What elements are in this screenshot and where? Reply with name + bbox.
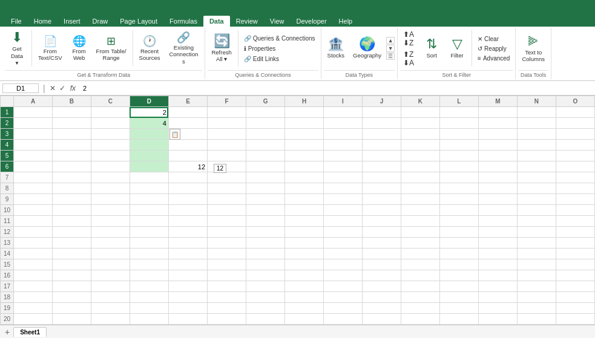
data-types-more[interactable]: ☰ (386, 53, 395, 60)
cell-c10[interactable] (91, 205, 130, 216)
cell-h4[interactable] (285, 140, 324, 151)
cell-a8[interactable] (14, 183, 53, 194)
cell-j9[interactable] (362, 194, 401, 205)
col-header-n[interactable]: N (517, 96, 556, 107)
row-header-9[interactable]: 9 (1, 194, 14, 205)
cell-e19[interactable] (168, 303, 207, 314)
row-header-5[interactable]: 5 (1, 151, 14, 161)
cell-h10[interactable] (285, 205, 324, 216)
cell-i19[interactable] (324, 303, 363, 314)
cell-o1[interactable] (556, 107, 594, 118)
cell-o2[interactable] (556, 118, 594, 129)
cell-d17[interactable] (130, 281, 168, 292)
row-header-14[interactable]: 14 (1, 249, 14, 259)
cell-a1[interactable] (14, 107, 53, 118)
cell-c17[interactable] (91, 281, 130, 292)
cell-f13[interactable] (208, 238, 246, 249)
cell-e17[interactable] (168, 281, 207, 292)
cell-n2[interactable] (517, 118, 556, 129)
cell-c14[interactable] (91, 249, 130, 259)
cell-o14[interactable] (556, 249, 594, 259)
cell-e14[interactable] (168, 249, 207, 259)
cell-b6[interactable] (52, 161, 91, 172)
stocks-button[interactable]: 🏦 Stocks (324, 35, 349, 61)
cell-d15[interactable] (130, 259, 168, 270)
row-header-16[interactable]: 16 (1, 270, 14, 281)
cell-m11[interactable] (478, 216, 517, 227)
cell-c18[interactable] (91, 292, 130, 303)
cell-j15[interactable] (362, 259, 401, 270)
cell-e7[interactable] (168, 172, 207, 183)
existing-connections-button[interactable]: 🔗 ExistingConnections (165, 30, 202, 67)
cell-h13[interactable] (285, 238, 324, 249)
sheet-tab-sheet1[interactable]: Sheet1 (13, 327, 47, 337)
cell-i8[interactable] (324, 183, 363, 194)
cell-k1[interactable] (401, 107, 439, 118)
cell-i1[interactable] (324, 107, 363, 118)
cell-o20[interactable] (556, 314, 594, 325)
cell-m17[interactable] (478, 281, 517, 292)
cell-g5[interactable] (246, 151, 285, 161)
cell-d12[interactable] (130, 227, 168, 238)
cell-o15[interactable] (556, 259, 594, 270)
col-header-l[interactable]: L (439, 96, 478, 107)
cell-c2[interactable] (91, 118, 130, 129)
cell-h9[interactable] (285, 194, 324, 205)
cell-f20[interactable] (208, 314, 246, 325)
cell-g19[interactable] (246, 303, 285, 314)
cell-k7[interactable] (401, 172, 439, 183)
cell-h18[interactable] (285, 292, 324, 303)
cell-l18[interactable] (439, 292, 478, 303)
row-header-20[interactable]: 20 (1, 314, 14, 325)
cell-c6[interactable] (91, 161, 130, 172)
cell-c1[interactable] (91, 107, 130, 118)
cell-b19[interactable] (52, 303, 91, 314)
cell-e13[interactable] (168, 238, 207, 249)
tab-home[interactable]: Home (28, 16, 58, 27)
cell-l11[interactable] (439, 216, 478, 227)
cell-i5[interactable] (324, 151, 363, 161)
cell-m14[interactable] (478, 249, 517, 259)
cell-a13[interactable] (14, 238, 53, 249)
cell-j12[interactable] (362, 227, 401, 238)
cell-f14[interactable] (208, 249, 246, 259)
cell-a20[interactable] (14, 314, 53, 325)
row-header-3[interactable]: 3 (1, 129, 14, 140)
cell-e16[interactable] (168, 270, 207, 281)
cell-o18[interactable] (556, 292, 594, 303)
cell-i7[interactable] (324, 172, 363, 183)
cell-f19[interactable] (208, 303, 246, 314)
cell-g16[interactable] (246, 270, 285, 281)
cell-n14[interactable] (517, 249, 556, 259)
cell-o7[interactable] (556, 172, 594, 183)
col-header-a[interactable]: A (14, 96, 53, 107)
cell-h8[interactable] (285, 183, 324, 194)
cell-h16[interactable] (285, 270, 324, 281)
cell-h20[interactable] (285, 314, 324, 325)
row-header-13[interactable]: 13 (1, 238, 14, 249)
cell-g9[interactable] (246, 194, 285, 205)
cell-k14[interactable] (401, 249, 439, 259)
cell-a9[interactable] (14, 194, 53, 205)
cell-f8[interactable] (208, 183, 246, 194)
cell-o11[interactable] (556, 216, 594, 227)
cell-n19[interactable] (517, 303, 556, 314)
cell-i11[interactable] (324, 216, 363, 227)
cell-i20[interactable] (324, 314, 363, 325)
cell-f18[interactable] (208, 292, 246, 303)
cell-o4[interactable] (556, 140, 594, 151)
cell-g4[interactable] (246, 140, 285, 151)
cell-m6[interactable] (478, 161, 517, 172)
cell-b4[interactable] (52, 140, 91, 151)
cell-h6[interactable] (285, 161, 324, 172)
cell-m15[interactable] (478, 259, 517, 270)
cell-d13[interactable] (130, 238, 168, 249)
cell-k4[interactable] (401, 140, 439, 151)
col-header-c[interactable]: C (91, 96, 130, 107)
cell-m5[interactable] (478, 151, 517, 161)
cell-d10[interactable] (130, 205, 168, 216)
cell-n8[interactable] (517, 183, 556, 194)
cell-c20[interactable] (91, 314, 130, 325)
cell-b2[interactable] (52, 118, 91, 129)
col-header-h[interactable]: H (285, 96, 324, 107)
